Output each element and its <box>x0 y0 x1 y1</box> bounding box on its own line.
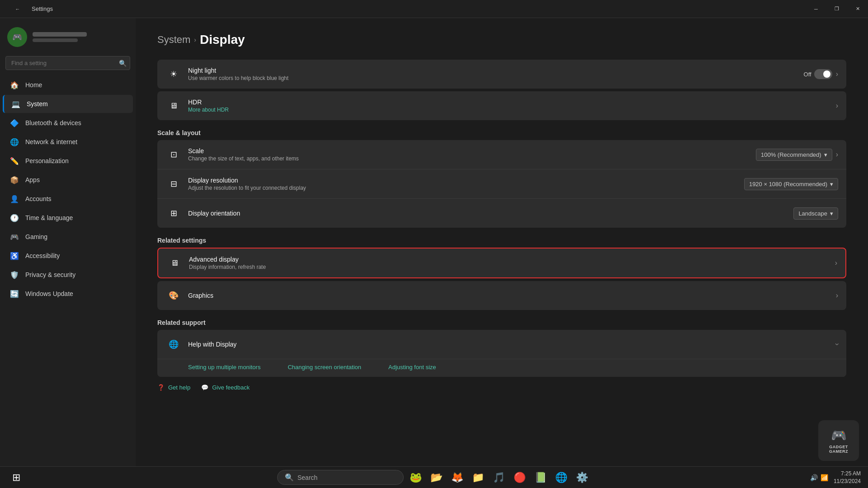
network-icon: 🌐 <box>10 137 19 146</box>
related-settings-label: Related settings <box>157 237 846 244</box>
orientation-icon: ⊞ <box>165 205 182 221</box>
sidebar-item-update[interactable]: 🔄 Windows Update <box>3 285 133 303</box>
sidebar-item-accounts-label: Accounts <box>25 195 52 202</box>
orientation-text: Display orientation <box>188 210 793 217</box>
gaming-icon: 🎮 <box>10 232 19 241</box>
sidebar-item-system-label: System <box>27 100 48 108</box>
bluetooth-icon: 🔷 <box>10 118 19 127</box>
taskbar-search-box[interactable]: 🔍 Search <box>277 470 404 485</box>
help-with-display-card: 🌐 Help with Display › Setting up multipl… <box>157 330 846 377</box>
advanced-display-row[interactable]: 🖥 Advanced display Display information, … <box>158 249 845 277</box>
night-light-row[interactable]: ☀ Night light Use warmer colors to help … <box>157 60 846 89</box>
give-feedback-link[interactable]: 💬 Give feedback <box>201 384 250 391</box>
system-clock[interactable]: 7:25 AM 11/23/2024 <box>834 470 861 485</box>
get-help-icon: ❓ <box>157 384 165 391</box>
sidebar-item-time-label: Time & language <box>25 214 73 221</box>
search-icon[interactable]: 🔍 <box>119 60 127 67</box>
taskbar-search-label: Search <box>297 474 317 481</box>
support-link-multiple-monitors[interactable]: Setting up multiple monitors <box>188 364 260 371</box>
sidebar-item-home[interactable]: 🏠 Home <box>3 76 133 94</box>
taskbar-app-settings[interactable]: ⚙️ <box>573 469 591 487</box>
resolution-icon: ⊟ <box>165 176 182 192</box>
taskbar-app-red[interactable]: 🔴 <box>510 469 528 487</box>
accounts-icon: 👤 <box>10 194 19 203</box>
resolution-dropdown[interactable]: 868 × 488 (Recommended) ▾ <box>744 178 838 190</box>
breadcrumb-parent[interactable]: System <box>157 34 190 46</box>
night-light-text: Night light Use warmer colors to help bl… <box>188 67 804 81</box>
help-icon: 🌐 <box>165 336 182 352</box>
sidebar-item-apps-label: Apps <box>25 176 40 183</box>
get-help-link[interactable]: ❓ Get help <box>157 384 190 391</box>
support-link-screen-orientation[interactable]: Changing screen orientation <box>288 364 361 371</box>
taskbar-app-explorer[interactable]: 📁 <box>469 469 487 487</box>
taskbar: ⊞ 🔍 Search 🐸 📂 🦊 📁 🎵 🔴 📗 🌐 ⚙️ 🔊 📶 7:25 A <box>0 466 868 488</box>
sidebar-item-gaming[interactable]: 🎮 Gaming <box>3 228 133 246</box>
give-feedback-icon: 💬 <box>201 384 208 391</box>
back-button[interactable]: ← <box>7 0 28 18</box>
hdr-subtitle[interactable]: More about HDR <box>188 107 836 113</box>
taskbar-app-edge[interactable]: 🌐 <box>552 469 570 487</box>
taskbar-app-files[interactable]: 📂 <box>427 469 445 487</box>
sidebar-item-time[interactable]: 🕐 Time & language <box>3 209 133 227</box>
taskbar-app-browser1[interactable]: 🦊 <box>448 469 466 487</box>
taskbar-app-green[interactable]: 📗 <box>531 469 549 487</box>
scale-right: 100% (Recommended) ▾ › <box>756 149 838 161</box>
taskbar-app-music[interactable]: 🎵 <box>490 469 508 487</box>
advanced-display-right: › <box>835 259 837 267</box>
graphics-chevron: › <box>836 291 838 300</box>
resolution-row[interactable]: ⊟ Display resolution Adjust the resoluti… <box>157 169 846 199</box>
sidebar-profile: 🎮 <box>0 22 136 54</box>
help-text: Help with Display <box>188 341 836 348</box>
accessibility-icon: ♿ <box>10 251 19 260</box>
hdr-title: HDR <box>188 99 836 106</box>
sidebar-item-system[interactable]: 💻 System <box>3 95 133 113</box>
sidebar-item-gaming-label: Gaming <box>25 233 47 240</box>
resolution-title: Display resolution <box>188 177 744 184</box>
breadcrumb: System › Display <box>157 33 846 47</box>
taskbar-windows-button[interactable]: ⊞ <box>7 469 25 487</box>
system-icon: 💻 <box>11 99 20 108</box>
hdr-row[interactable]: 🖥 HDR More about HDR › <box>157 91 846 120</box>
sidebar-item-network-label: Network & internet <box>25 138 77 145</box>
night-light-chevron: › <box>836 70 838 78</box>
sidebar-item-accessibility[interactable]: ♿ Accessibility <box>3 247 133 265</box>
orientation-row[interactable]: ⊞ Display orientation Landscape ▾ <box>157 199 846 228</box>
advanced-display-title: Advanced display <box>189 256 835 263</box>
profile-sub-bar <box>33 38 78 42</box>
night-light-card: ☀ Night light Use warmer colors to help … <box>157 60 846 89</box>
support-link-font-size[interactable]: Adjusting font size <box>388 364 436 371</box>
taskbar-app-frog[interactable]: 🐸 <box>406 469 425 487</box>
main-content: System › Display ☀ Night light Use warme… <box>136 18 868 466</box>
title-bar: ← Settings ─ ❐ ✕ <box>0 0 868 18</box>
advanced-display-subtitle: Display information, refresh rate <box>189 264 835 270</box>
scale-value: 100% (Recommended) <box>761 151 821 158</box>
sidebar-item-privacy[interactable]: 🛡️ Privacy & security <box>3 266 133 284</box>
graphics-icon: 🎨 <box>165 287 182 304</box>
maximize-button[interactable]: ❐ <box>826 0 847 18</box>
sidebar-item-privacy-label: Privacy & security <box>25 271 75 278</box>
scale-layout-label: Scale & layout <box>157 129 846 136</box>
minimize-button[interactable]: ─ <box>806 0 826 18</box>
sidebar-item-accounts[interactable]: 👤 Accounts <box>3 190 133 208</box>
night-light-toggle[interactable] <box>814 69 832 79</box>
scale-dropdown[interactable]: 100% (Recommended) ▾ <box>756 149 832 161</box>
night-light-title: Night light <box>188 67 804 74</box>
orientation-value: Landscape <box>798 210 827 217</box>
time-icon: 🕐 <box>10 213 19 222</box>
scale-row[interactable]: ⊡ Scale Change the size of text, apps, a… <box>157 140 846 169</box>
update-icon: 🔄 <box>10 289 19 298</box>
night-light-toggle-label: Off <box>804 71 811 78</box>
graphics-row[interactable]: 🎨 Graphics › <box>157 281 846 310</box>
sidebar-item-apps[interactable]: 📦 Apps <box>3 171 133 189</box>
sidebar-item-network[interactable]: 🌐 Network & internet <box>3 133 133 151</box>
close-button[interactable]: ✕ <box>847 0 868 18</box>
sidebar-item-personalization-label: Personalization <box>25 157 69 164</box>
advanced-display-icon: 🖥 <box>166 255 183 271</box>
help-with-display-row[interactable]: 🌐 Help with Display › <box>157 330 846 359</box>
search-box[interactable]: 🔍 <box>5 56 130 70</box>
search-input[interactable] <box>5 56 130 70</box>
sidebar-item-bluetooth[interactable]: 🔷 Bluetooth & devices <box>3 114 133 132</box>
avatar: 🎮 <box>7 27 27 47</box>
sidebar-item-personalization[interactable]: ✏️ Personalization <box>3 152 133 170</box>
orientation-dropdown[interactable]: Landscape ▾ <box>793 207 838 220</box>
